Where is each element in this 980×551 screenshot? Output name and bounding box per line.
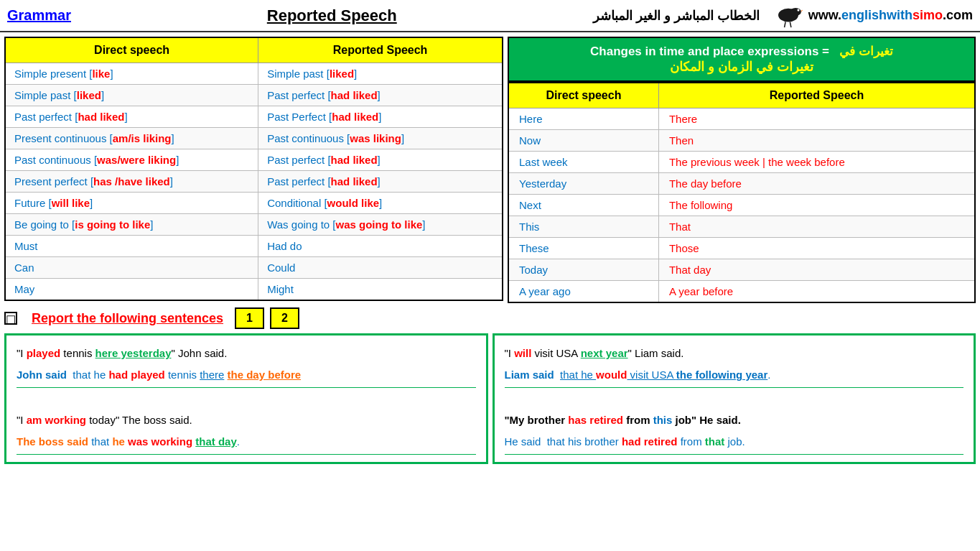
s2-l4-from: from (677, 435, 704, 448)
changes-row: A year agoA year before (508, 281, 975, 303)
grammar-row: Past perfect [had liked]Past Perfect [ha… (5, 106, 503, 128)
page-btn-2[interactable]: 2 (270, 307, 299, 329)
s2-line2: Liam said that he would visit USA the fo… (505, 364, 964, 388)
s1-l1-tennis: tennis (60, 347, 95, 359)
s1-l3-today: today" The boss said. (86, 414, 192, 426)
reported-speech-cell: Had do (258, 236, 503, 257)
s1-l2-that: that (73, 369, 90, 381)
reported-speech-cell: Could (258, 257, 503, 279)
changes-row: Last weekThe previous week | the week be… (508, 152, 975, 173)
reported-speech-cell: Might (258, 279, 503, 301)
right-section: Changes in time and place expressions = … (508, 37, 976, 303)
s1-l2-tennis: tennis (165, 369, 200, 381)
s2-line4: He said that his brother had retired fro… (505, 431, 964, 455)
header: Grammar Reported Speech الخطاب المباشر و… (0, 0, 980, 32)
s2-l3-this: this (653, 414, 673, 426)
grammar-label: Grammar (7, 7, 71, 24)
page-btn-1[interactable]: 1 (235, 307, 264, 329)
s1-l3-open: "I (17, 414, 27, 426)
s1-l1-close: " John said. (171, 347, 227, 359)
changes-reported-header: Reported Speech (658, 83, 975, 108)
logo-area: www.englishwithsimo.com (774, 3, 973, 28)
report-header: ☐ Report the following sentences 1 2 (4, 307, 976, 329)
changes-reported-cell: Those (658, 238, 975, 259)
changes-english: Changes in time and place expressions = (590, 45, 829, 58)
main-content: Direct speech Reported Speech Simple pre… (0, 32, 980, 303)
grammar-row: Future [will like]Conditional [would lik… (5, 193, 503, 214)
changes-direct-cell: A year ago (508, 281, 658, 303)
s1-l4-period: . (237, 435, 240, 448)
changes-reported-cell: That (658, 216, 975, 238)
checkbox-icon[interactable]: ☐ (4, 312, 17, 325)
changes-direct-cell: Here (508, 108, 658, 130)
s1-l1-open: "I (17, 347, 27, 359)
direct-speech-cell: Past continuous [was/were liking] (5, 149, 258, 171)
page-title: Reported Speech (85, 6, 579, 25)
direct-speech-cell: Past perfect [had liked] (5, 106, 258, 128)
s1-l4-boss: The boss said (17, 435, 88, 448)
grammar-table: Direct speech Reported Speech Simple pre… (4, 37, 503, 301)
changes-reported-cell: A year before (658, 281, 975, 303)
changes-direct-cell: These (508, 238, 658, 259)
s1-l1-here-yesterday: here yesterday (95, 347, 172, 359)
s1-l4-he: he (109, 435, 128, 448)
reported-speech-cell: Past perfect [had liked] (258, 171, 503, 193)
svg-point-2 (797, 9, 799, 11)
changes-direct-cell: Now (508, 130, 658, 152)
s2-l1-open: "I (505, 347, 515, 359)
bottom-section: ☐ Report the following sentences 1 2 "I … (0, 303, 980, 468)
s2-l2-sp (554, 369, 560, 381)
s2-l2-liam: Liam said (505, 369, 554, 381)
s1-l2-he: he (90, 369, 108, 381)
grammar-row: Present perfect [has /have liked]Past pe… (5, 171, 503, 193)
grammar-row: MustHad do (5, 236, 503, 257)
s2-l1-will: will (514, 347, 531, 359)
changes-heading: Changes in time and place expressions = … (508, 37, 976, 82)
s1-l2-hadplayed: had played (108, 369, 164, 381)
reported-speech-cell: Past perfect [had liked] (258, 149, 503, 171)
changes-row: HereThere (508, 108, 975, 130)
grammar-row: MayMight (5, 279, 503, 301)
s1-l2-john: John said (17, 369, 67, 381)
s2-l4-hadretired: had retired (622, 435, 678, 448)
grammar-row: Be going to [is going to like]Was going … (5, 214, 503, 236)
s1-l4-thatday: that day (195, 435, 237, 448)
s1-line4: The boss said that he was working that d… (17, 431, 476, 455)
changes-row: TodayThat day (508, 259, 975, 281)
s2-l2-period: . (767, 369, 770, 381)
changes-row: NowThen (508, 130, 975, 152)
direct-speech-cell: Simple past [liked] (5, 85, 258, 106)
sentence-box-left: "I played tennis here yesterday" John sa… (4, 333, 488, 464)
s2-l4-that: that (705, 435, 725, 448)
changes-row: YesterdayThe day before (508, 173, 975, 195)
left-section: Direct speech Reported Speech Simple pre… (4, 37, 503, 303)
s2-l3-job: job" He said. (672, 414, 740, 426)
changes-direct-cell: Yesterday (508, 173, 658, 195)
report-title: Report the following sentences (32, 311, 223, 326)
sentence-box-right: "I will visit USA next year" Liam said. … (493, 333, 976, 464)
s2-l2-following: the following year (676, 369, 768, 381)
direct-speech-cell: Must (5, 236, 258, 257)
s2-l3-from: from (623, 414, 653, 426)
reported-speech-cell: Past continuous [was liking] (258, 128, 503, 149)
changes-reported-cell: There (658, 108, 975, 130)
s2-l2-would: would (596, 369, 627, 381)
direct-speech-cell: May (5, 279, 258, 301)
direct-speech-cell: Present perfect [has /have liked] (5, 171, 258, 193)
changes-reported-cell: That day (658, 259, 975, 281)
s1-l2-daybefore: the day before (228, 369, 302, 381)
reported-speech-header: Reported Speech (258, 37, 503, 63)
reported-speech-cell: Past Perfect [had liked] (258, 106, 503, 128)
s2-l4-that: that his brother (547, 435, 622, 448)
grammar-row: Simple past [liked]Past perfect [had lik… (5, 85, 503, 106)
direct-speech-cell: Future [will like] (5, 193, 258, 214)
changes-row: TheseThose (508, 238, 975, 259)
website-label: www.englishwithsimo.com (808, 8, 973, 23)
s1-line2: John said that he had played tennis ther… (17, 364, 476, 388)
grammar-row: Present continuous [am/is liking]Past co… (5, 128, 503, 149)
changes-reported-cell: The previous week | the week before (658, 152, 975, 173)
reported-speech-cell: Conditional [would like] (258, 193, 503, 214)
changes-direct-cell: Last week (508, 152, 658, 173)
grammar-row: CanCould (5, 257, 503, 279)
changes-direct-cell: Today (508, 259, 658, 281)
